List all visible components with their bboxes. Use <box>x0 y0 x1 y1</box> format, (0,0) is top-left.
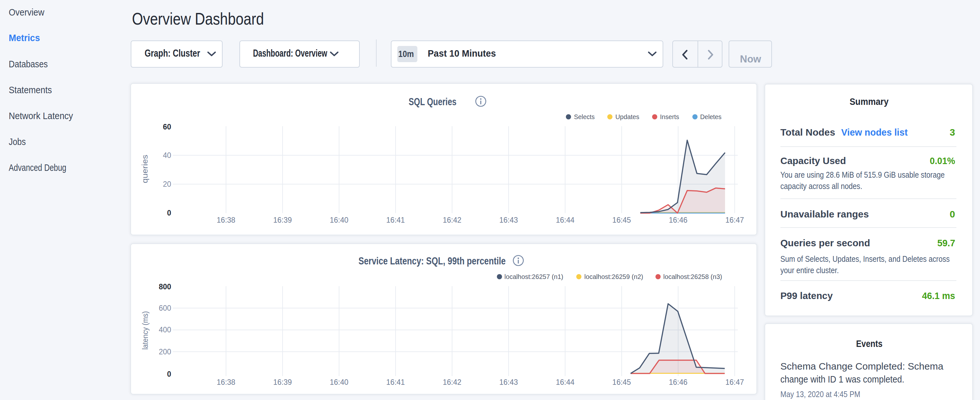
svg-text:16:44: 16:44 <box>556 216 574 224</box>
svg-text:16:43: 16:43 <box>499 216 518 224</box>
svg-text:60: 60 <box>163 123 171 131</box>
svg-text:16:47: 16:47 <box>725 216 744 224</box>
svg-text:16:41: 16:41 <box>386 378 405 386</box>
svg-text:600: 600 <box>159 304 171 312</box>
svg-text:40: 40 <box>163 151 171 159</box>
svg-text:16:40: 16:40 <box>330 378 348 386</box>
svg-text:16:46: 16:46 <box>669 378 687 386</box>
svg-text:localhost:26258 (n3): localhost:26258 (n3) <box>663 273 722 280</box>
svg-text:queries: queries <box>141 155 149 183</box>
svg-text:16:38: 16:38 <box>217 378 235 386</box>
svg-text:0: 0 <box>167 370 171 378</box>
svg-text:localhost:26257 (n1): localhost:26257 (n1) <box>504 273 563 280</box>
svg-text:localhost:26259 (n2): localhost:26259 (n2) <box>584 273 643 280</box>
svg-text:16:43: 16:43 <box>499 378 518 386</box>
svg-text:16:42: 16:42 <box>443 216 462 224</box>
svg-text:16:38: 16:38 <box>217 216 235 224</box>
svg-text:Inserts: Inserts <box>660 113 679 120</box>
svg-text:16:45: 16:45 <box>612 216 631 224</box>
svg-text:Updates: Updates <box>616 113 639 120</box>
svg-text:0: 0 <box>167 209 171 217</box>
svg-text:16:41: 16:41 <box>386 216 405 224</box>
svg-text:20: 20 <box>163 180 171 188</box>
svg-text:800: 800 <box>159 282 171 291</box>
svg-text:16:42: 16:42 <box>443 378 462 386</box>
svg-text:16:40: 16:40 <box>330 216 348 224</box>
svg-text:16:44: 16:44 <box>556 378 574 386</box>
svg-text:Deletes: Deletes <box>700 113 721 120</box>
svg-text:16:45: 16:45 <box>612 378 631 386</box>
svg-text:16:39: 16:39 <box>274 378 292 386</box>
svg-text:Selects: Selects <box>574 113 595 120</box>
svg-text:latency (ms): latency (ms) <box>141 311 150 350</box>
svg-text:200: 200 <box>159 347 171 356</box>
svg-text:400: 400 <box>159 325 171 334</box>
svg-text:16:47: 16:47 <box>725 378 744 386</box>
svg-text:16:46: 16:46 <box>669 216 687 224</box>
svg-text:16:39: 16:39 <box>274 216 292 224</box>
